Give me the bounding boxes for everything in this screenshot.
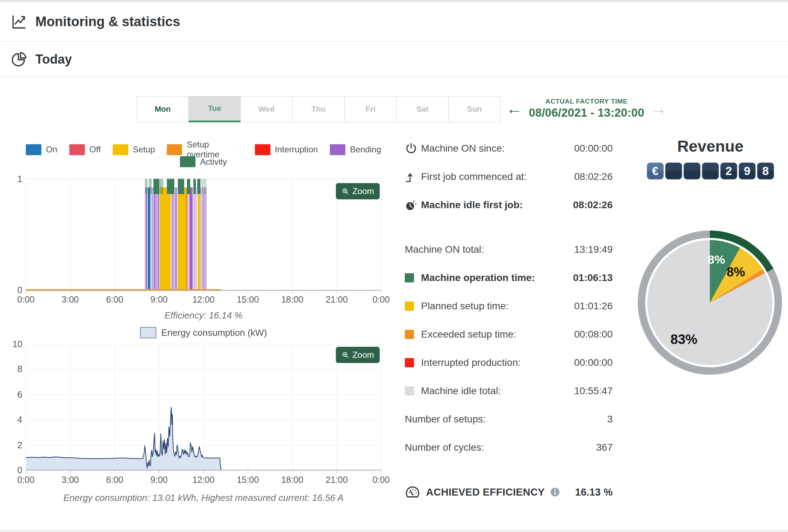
stat-row: Planned setup time:01:01:26 bbox=[405, 292, 615, 320]
energy-x-axis-labels: 0:003:006:009:0012:0015:0018:0021:000:00 bbox=[26, 475, 381, 485]
section-header: Today bbox=[0, 42, 788, 77]
pie-label-operation: 8% bbox=[708, 252, 725, 266]
stat-value: 00:00:00 bbox=[574, 143, 615, 154]
x-axis-tick: 15:00 bbox=[237, 475, 259, 485]
status-segment-overtime bbox=[186, 187, 187, 290]
page-title: Monitoring & statistics bbox=[35, 14, 180, 29]
status-segment-bend bbox=[204, 187, 204, 290]
legend-swatch-off bbox=[69, 144, 85, 155]
stat-row: Number of setups:3 bbox=[405, 405, 615, 433]
status-segment-bend bbox=[173, 187, 174, 290]
machine-time-pie-chart: 8% 8% 83% bbox=[638, 230, 782, 375]
legend-swatch-activity bbox=[180, 156, 195, 167]
status-segment-bend bbox=[203, 187, 203, 290]
legend-item-bend: Bending bbox=[330, 144, 381, 155]
status-segment-bend bbox=[174, 187, 174, 290]
previous-day-arrow[interactable]: ← bbox=[506, 100, 523, 117]
stat-label: Machine ON total: bbox=[405, 244, 484, 255]
tab-fri[interactable]: Fri bbox=[344, 96, 397, 122]
info-icon[interactable] bbox=[550, 487, 560, 497]
stat-row: zzMachine idle first job:08:02:26 bbox=[405, 191, 615, 219]
timeline-x-axis-labels: 0:003:006:009:0012:0015:0018:0021:000:00 bbox=[26, 294, 381, 305]
legend-label: On bbox=[46, 145, 57, 154]
legend-label: Bending bbox=[350, 145, 381, 154]
factory-time-value: 08/06/2021 - 13:20:00 bbox=[528, 106, 645, 119]
x-axis-tick: 0:00 bbox=[17, 475, 35, 485]
power-icon bbox=[405, 142, 418, 155]
axis-tick bbox=[337, 291, 337, 293]
x-axis-tick: 0:00 bbox=[373, 294, 390, 305]
status-segment-on bbox=[151, 187, 151, 290]
x-axis-tick: 18:00 bbox=[281, 475, 303, 485]
legend-label: Interruption bbox=[275, 145, 318, 154]
stat-label: Number of cycles: bbox=[405, 442, 484, 453]
status-segment-bend bbox=[175, 187, 176, 290]
stat-row-slot bbox=[405, 142, 421, 155]
stat-label: Interrupted production: bbox=[421, 357, 521, 368]
activity-segment bbox=[149, 179, 152, 194]
gridline bbox=[248, 179, 248, 290]
stat-swatch bbox=[405, 302, 414, 311]
tab-wed[interactable]: Wed bbox=[240, 96, 293, 122]
stat-row-slot bbox=[405, 358, 421, 367]
x-axis-tick: 6:00 bbox=[106, 294, 123, 305]
stats-main-group: Machine ON total:13:19:49Machine operati… bbox=[405, 235, 615, 462]
stat-row: Machine idle total:10:55:47 bbox=[405, 377, 615, 405]
stat-value: 13:19:49 bbox=[574, 244, 615, 255]
energy-chart[interactable]: Zoom 1086420 bbox=[26, 344, 381, 470]
zoom-button-label: Zoom bbox=[352, 186, 374, 196]
y-axis-tick: 4 bbox=[10, 415, 22, 425]
achieved-efficiency-label: ACHIEVED EFFICIENCY bbox=[426, 486, 545, 498]
tab-sun[interactable]: Sun bbox=[448, 96, 501, 122]
revenue-digit-tile bbox=[702, 163, 719, 179]
tab-mon[interactable]: Mon bbox=[136, 96, 189, 122]
charts-column: OnOffSetupSetup overtimeInterruptionBend… bbox=[0, 140, 396, 520]
status-segment-bend bbox=[175, 187, 175, 290]
activity-segment bbox=[145, 179, 147, 194]
tab-tue[interactable]: Tue bbox=[188, 96, 241, 122]
status-segment-bend bbox=[176, 187, 177, 290]
y-axis-tick: 0 bbox=[12, 285, 22, 295]
legend-swatch-bend bbox=[330, 144, 345, 155]
status-segment-bend bbox=[171, 187, 172, 290]
status-segment-bend bbox=[196, 187, 197, 290]
status-segment-setup bbox=[178, 187, 186, 290]
stat-label: Machine idle first job: bbox=[421, 199, 523, 211]
stats-panel: Machine ON since:00:00:00First job comme… bbox=[405, 134, 615, 507]
page-header: Monitoring & statistics bbox=[0, 2, 788, 42]
legend-item-interrupt: Interruption bbox=[255, 144, 318, 155]
axis-tick bbox=[115, 470, 115, 473]
x-axis-tick: 21:00 bbox=[326, 475, 348, 485]
factory-time-text: ACTUAL FACTORY TIME 08/06/2021 - 13:20:0… bbox=[528, 98, 645, 119]
factory-time-label: ACTUAL FACTORY TIME bbox=[528, 98, 645, 105]
status-segment-setup bbox=[198, 187, 200, 290]
axis-tick bbox=[70, 470, 71, 473]
axis-tick bbox=[115, 291, 115, 293]
y-axis-tick: 2 bbox=[10, 440, 22, 450]
gridline bbox=[70, 179, 71, 290]
axis-tick bbox=[292, 291, 293, 293]
activity-segment bbox=[167, 179, 174, 194]
axis-tick bbox=[26, 470, 26, 473]
axis-tick bbox=[204, 291, 204, 293]
zoom-button[interactable]: Zoom bbox=[336, 183, 380, 199]
zoom-button[interactable]: Zoom bbox=[336, 347, 380, 363]
gridline bbox=[381, 179, 381, 290]
stats-top-group: Machine ON since:00:00:00First job comme… bbox=[405, 134, 615, 219]
x-axis-line bbox=[26, 290, 381, 291]
activity-segment bbox=[187, 179, 190, 194]
axis-tick bbox=[159, 470, 159, 473]
tab-sat[interactable]: Sat bbox=[396, 96, 449, 122]
gridline bbox=[381, 344, 381, 470]
section-title: Today bbox=[35, 52, 72, 67]
activity-legend: Activity bbox=[26, 156, 381, 167]
weekday-tabs: MonTueWedThuFriSatSun bbox=[137, 96, 501, 122]
next-day-arrow[interactable]: → bbox=[650, 100, 667, 117]
gridline bbox=[26, 179, 26, 290]
tab-thu[interactable]: Thu bbox=[292, 96, 345, 122]
machine-status-chart[interactable]: 1 0 Zoom bbox=[26, 179, 381, 290]
stat-label: Exceeded setup time: bbox=[421, 329, 516, 340]
stat-value: 367 bbox=[596, 442, 615, 453]
status-segment-bend bbox=[172, 187, 173, 290]
gauge-icon bbox=[405, 484, 420, 500]
